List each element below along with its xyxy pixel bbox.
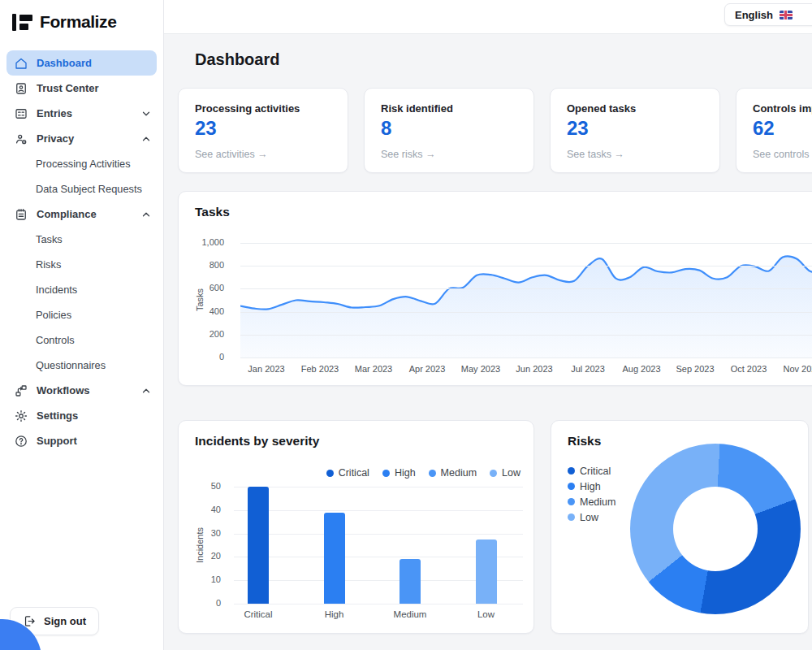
legend-item-high: High (568, 479, 615, 494)
sidebar-item-label: Compliance (37, 208, 132, 220)
sidebar-item-workflows[interactable]: Workflows (0, 378, 163, 403)
gridline (240, 312, 812, 313)
bar-critical (248, 487, 269, 604)
y-axis-tick: 20 (211, 551, 221, 561)
sidebar-item-support[interactable]: Support (0, 428, 163, 453)
legend-item-medium: Medium (429, 467, 477, 479)
stat-value: 23 (567, 117, 703, 140)
x-axis-tick: Jul 2023 (571, 364, 605, 374)
incidents-plot-area (234, 487, 523, 604)
stat-card-opened-tasks: Opened tasks 23 See tasks → (550, 88, 720, 173)
formalize-logo-icon (12, 14, 32, 31)
legend-label: Critical (580, 466, 611, 477)
page-title: Dashboard (195, 50, 279, 69)
sidebar-item-settings[interactable]: Settings (0, 403, 163, 428)
see-tasks-link[interactable]: See tasks → (567, 149, 703, 160)
sidebar-item-label: Entries (37, 107, 132, 119)
gridline (234, 487, 523, 488)
chevron-up-icon (140, 209, 152, 220)
x-axis-tick: Nov 2023 (783, 364, 812, 374)
gridline (240, 335, 812, 336)
sidebar-item-label: Settings (37, 410, 152, 422)
sidebar: Formalize Dashboard Trust Center Entries… (0, 0, 164, 650)
x-axis-tick: Jun 2023 (516, 364, 552, 374)
chevron-up-icon (140, 133, 152, 145)
sidebar-subitem-controls[interactable]: Controls (0, 327, 163, 353)
legend-item-low: Low (568, 509, 615, 525)
sidebar-item-dashboard[interactable]: Dashboard (6, 50, 157, 76)
x-axis-tick: Jan 2023 (248, 364, 284, 374)
tasks-chart-title: Tasks (195, 205, 230, 219)
stat-card-processing-activities: Processing activities 23 See activities … (178, 88, 348, 173)
sidebar-subitem-questionnaires[interactable]: Questionnaires (0, 353, 163, 378)
sidebar-item-entries[interactable]: Entries (0, 101, 163, 126)
donut-hole (673, 487, 758, 571)
chevron-up-icon (140, 385, 152, 396)
sidebar-item-privacy[interactable]: Privacy (0, 126, 163, 151)
main-content: English Dashboard Processing activities … (164, 0, 812, 650)
gridline (234, 604, 523, 604)
sidebar-subitem-policies[interactable]: Policies (0, 302, 163, 327)
language-selector[interactable]: English (724, 3, 812, 26)
stat-label: Risk identified (381, 102, 517, 115)
stat-label: Opened tasks (567, 102, 703, 115)
x-axis-tick: Medium (394, 609, 427, 619)
compliance-icon (13, 206, 28, 222)
legend-label: Critical (339, 467, 369, 479)
legend-dot (568, 467, 575, 474)
stat-value: 23 (195, 117, 331, 140)
legend-label: High (580, 481, 601, 492)
bar-high (324, 513, 345, 604)
y-axis-tick: 50 (211, 481, 221, 491)
see-risks-link[interactable]: See risks → (381, 149, 517, 160)
see-controls-link[interactable]: See controls → (753, 149, 812, 160)
legend-dot (568, 483, 575, 490)
sidebar-item-label: Dashboard (37, 57, 152, 69)
sign-out-label: Sign out (44, 615, 86, 627)
legend-dot (568, 514, 575, 521)
legend-label: High (395, 467, 416, 479)
sidebar-nav: Dashboard Trust Center Entries Privacy P… (0, 50, 163, 453)
gridline (234, 510, 523, 511)
x-axis-tick: High (325, 609, 344, 619)
gridline (240, 243, 812, 244)
sidebar-subitem-tasks[interactable]: Tasks (0, 227, 163, 252)
tasks-chart-card: Tasks Tasks 02004006008001,000 Jan 2023F… (178, 191, 812, 386)
gridline (240, 288, 812, 289)
stat-card-risk-identified: Risk identified 8 See risks → (364, 88, 534, 173)
sidebar-subitem-incidents[interactable]: Incidents (0, 277, 163, 302)
x-axis-tick: Aug 2023 (622, 364, 660, 374)
legend-label: Low (580, 512, 598, 523)
gridline (240, 358, 812, 358)
sidebar-item-compliance[interactable]: Compliance (0, 202, 163, 227)
sidebar-item-label: Workflows (37, 384, 132, 396)
risks-chart-title: Risks (568, 434, 601, 448)
stat-value: 62 (753, 117, 812, 140)
privacy-icon (13, 131, 28, 146)
legend-item-critical: Critical (326, 467, 369, 479)
app-root: { "brand": {"name": "Formalize"}, "topba… (0, 0, 812, 650)
workflow-icon (13, 383, 28, 398)
tasks-x-axis-ticks: Jan 2023Feb 2023Mar 2023Apr 2023May 2023… (240, 364, 812, 375)
sidebar-subitem-processing-activities[interactable]: Processing Activities (0, 151, 163, 176)
legend-dot (490, 470, 497, 477)
legend-label: Low (502, 467, 520, 479)
legend-dot (429, 470, 436, 477)
sidebar-item-trust-center[interactable]: Trust Center (0, 76, 163, 101)
stat-value: 8 (381, 117, 517, 140)
incidents-x-axis-ticks: CriticalHighMediumLow (234, 609, 523, 621)
legend-dot (568, 498, 575, 505)
stat-label: Processing activities (195, 102, 331, 115)
sidebar-subitem-risks[interactable]: Risks (0, 252, 163, 277)
incidents-legend: CriticalHighMediumLow (326, 467, 520, 479)
sidebar-item-label: Support (37, 435, 152, 447)
y-axis-tick: 10 (211, 574, 221, 584)
risks-donut-chart (630, 444, 801, 614)
y-axis-tick: 30 (211, 528, 221, 538)
legend-dot (326, 470, 334, 477)
brand-logo: Formalize (0, 0, 163, 32)
see-activities-link[interactable]: See activities → (195, 149, 331, 160)
sidebar-subitem-data-subject-requests[interactable]: Data Subject Requests (0, 176, 163, 202)
gridline (240, 266, 812, 266)
y-axis-tick: 40 (211, 505, 221, 514)
